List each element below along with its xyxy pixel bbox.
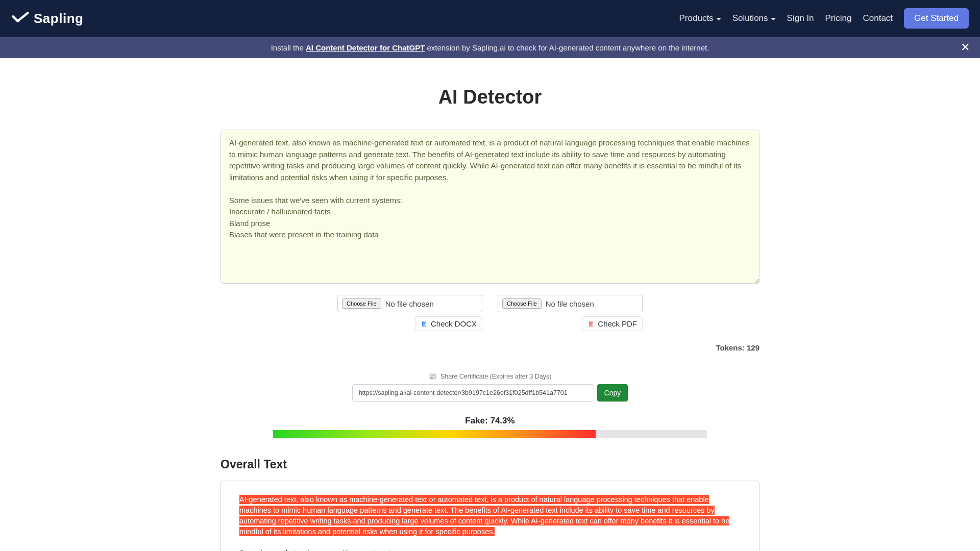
get-started-button[interactable]: Get Started — [904, 8, 969, 29]
share-url-row: Copy — [220, 384, 760, 402]
banner-text: Install the AI Content Detector for Chat… — [271, 43, 709, 52]
pdf-file-input[interactable]: Choose File No file chosen — [498, 295, 643, 312]
page-title: AI Detector — [220, 86, 760, 108]
nav-products[interactable]: Products — [679, 13, 721, 23]
banner-close-icon[interactable]: ✕ — [961, 41, 970, 54]
non-highlighted-text: Some issues that we've seen with current… — [239, 549, 407, 551]
input-textarea[interactable]: AI-generated text, also known as machine… — [220, 130, 760, 284]
nav-right: Products Solutions Sign In Pricing Conta… — [679, 8, 969, 29]
nav-contact[interactable]: Contact — [863, 13, 893, 23]
nav-sign-in-label: Sign In — [787, 13, 814, 23]
docx-file-status: No file chosen — [385, 299, 434, 308]
brand-logo[interactable]: Sapling — [11, 11, 83, 27]
sapling-logo-icon — [11, 11, 30, 26]
nav-pricing[interactable]: Pricing — [825, 13, 852, 23]
copy-button[interactable]: Copy — [597, 384, 628, 402]
nav-solutions-label: Solutions — [732, 13, 768, 23]
nav-pricing-label: Pricing — [825, 13, 852, 23]
check-pdf-label: Check PDF — [598, 319, 637, 328]
fake-score-bar — [273, 430, 707, 438]
overall-text-heading: Overall Text — [220, 458, 760, 471]
check-docx-button[interactable]: 🗎 Check DOCX — [415, 316, 482, 331]
pdf-file-status: No file chosen — [546, 299, 594, 308]
choose-file-pdf-button[interactable]: Choose File — [502, 298, 542, 309]
nav-products-label: Products — [679, 13, 714, 23]
tokens-counter: Tokens: 129 — [220, 343, 760, 352]
share-certificate-label: Share Certificate (Expires after 3 Days) — [440, 373, 551, 380]
pdf-icon: 🗎 — [587, 320, 595, 328]
share-url-input[interactable] — [352, 384, 594, 402]
fake-score-label: Fake: 74.3% — [220, 416, 760, 426]
overall-text-result: AI-generated text, also known as machine… — [220, 481, 760, 551]
file-upload-row: Choose File No file chosen 🗎 Check DOCX … — [220, 295, 760, 331]
docx-upload-block: Choose File No file chosen 🗎 Check DOCX — [337, 295, 482, 331]
newspaper-icon: 📰 — [429, 373, 437, 380]
docx-icon: 🗎 — [421, 320, 428, 328]
nav-solutions[interactable]: Solutions — [732, 13, 776, 23]
nav-sign-in[interactable]: Sign In — [787, 13, 814, 23]
navbar: Sapling Products Solutions Sign In Prici… — [0, 0, 980, 37]
highlighted-text: AI-generated text, also known as machine… — [239, 495, 729, 536]
choose-file-docx-button[interactable]: Choose File — [342, 298, 381, 309]
main-content: AI Detector AI-generated text, also know… — [220, 58, 760, 551]
fake-score-fill — [273, 430, 596, 438]
brand-name: Sapling — [34, 11, 83, 27]
banner-prefix: Install the — [271, 43, 306, 52]
share-certificate-row: 📰 Share Certificate (Expires after 3 Day… — [220, 372, 760, 380]
install-banner: Install the AI Content Detector for Chat… — [0, 37, 980, 58]
check-docx-label: Check DOCX — [431, 319, 477, 328]
banner-link[interactable]: AI Content Detector for ChatGPT — [306, 43, 425, 52]
docx-file-input[interactable]: Choose File No file chosen — [337, 295, 482, 312]
nav-contact-label: Contact — [863, 13, 893, 23]
tokens-value: 129 — [747, 343, 760, 352]
check-pdf-button[interactable]: 🗎 Check PDF — [582, 316, 643, 331]
pdf-upload-block: Choose File No file chosen 🗎 Check PDF — [498, 295, 643, 331]
chevron-down-icon — [716, 18, 721, 20]
tokens-label: Tokens: — [716, 343, 747, 352]
banner-suffix: extension by Sapling.ai to check for AI-… — [427, 43, 709, 52]
chevron-down-icon — [771, 18, 776, 20]
